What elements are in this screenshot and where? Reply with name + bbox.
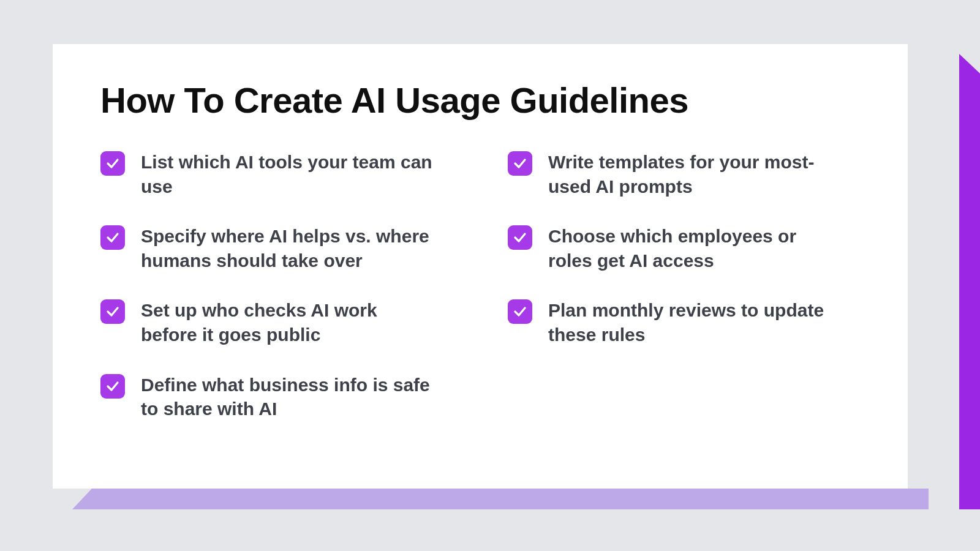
checkmark-icon: [508, 299, 532, 324]
checklist-item: Define what business info is safe to sha…: [100, 373, 453, 421]
checklist-item: Choose which employees or roles get AI a…: [508, 224, 860, 272]
page-title: How To Create AI Usage Guidelines: [100, 80, 860, 121]
card-accent-bottom: [72, 489, 929, 509]
checklist-columns: List which AI tools your team can use Sp…: [100, 150, 860, 421]
checklist-item-text: Specify where AI helps vs. where humans …: [141, 224, 435, 272]
checklist-item-text: Plan monthly reviews to update these rul…: [548, 298, 842, 347]
checklist-item: Plan monthly reviews to update these rul…: [508, 298, 860, 347]
checkmark-icon: [100, 299, 125, 324]
checklist-item-text: Choose which employees or roles get AI a…: [548, 224, 842, 272]
guidelines-card: How To Create AI Usage Guidelines List w…: [53, 44, 908, 489]
checklist-column-right: Write templates for your most-used AI pr…: [508, 150, 860, 421]
checklist-item: List which AI tools your team can use: [100, 150, 453, 198]
checkmark-icon: [100, 225, 125, 250]
checkmark-icon: [100, 151, 125, 176]
checklist-item-text: Define what business info is safe to sha…: [141, 373, 435, 421]
checkmark-icon: [508, 225, 532, 250]
checkmark-icon: [508, 151, 532, 176]
checklist-column-left: List which AI tools your team can use Sp…: [100, 150, 453, 421]
checklist-item: Set up who checks AI work before it goes…: [100, 298, 453, 347]
checklist-item-text: Write templates for your most-used AI pr…: [548, 150, 842, 198]
checklist-item: Specify where AI helps vs. where humans …: [100, 224, 453, 272]
checklist-item-text: List which AI tools your team can use: [141, 150, 435, 198]
checklist-item-text: Set up who checks AI work before it goes…: [141, 298, 435, 347]
checklist-item: Write templates for your most-used AI pr…: [508, 150, 860, 198]
checkmark-icon: [100, 374, 125, 399]
card-accent-right: [959, 54, 980, 509]
